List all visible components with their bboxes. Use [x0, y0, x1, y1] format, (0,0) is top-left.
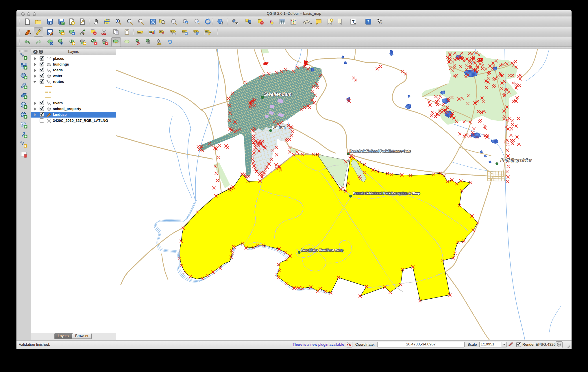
- svg-text:Swellendam: Swellendam: [264, 92, 291, 97]
- svg-text:abc: abc: [171, 30, 174, 32]
- svg-text:abc: abc: [182, 30, 186, 32]
- svg-text:ab: ab: [160, 31, 162, 33]
- svg-text:ab: ab: [150, 31, 152, 33]
- svg-text:abc: abc: [194, 30, 197, 32]
- svg-text:abc: abc: [205, 30, 208, 32]
- svg-text:Bontebok National Park Entranc: Bontebok National Park Entrance Gate: [350, 149, 411, 153]
- svg-text:Buffeljagsrivier: Buffeljagsrivier: [501, 158, 532, 163]
- svg-text:Railton: Railton: [272, 125, 285, 130]
- svg-text:1:1: 1:1: [139, 21, 142, 22]
- svg-text:Bontebok National Park Recepti: Bontebok National Park Reception & Shop: [353, 191, 420, 195]
- svg-text:Lang Elsies Kraal Rest Camp: Lang Elsies Kraal Rest Camp: [301, 248, 343, 252]
- svg-text:?: ?: [367, 19, 370, 24]
- svg-text:?: ?: [380, 21, 382, 25]
- svg-text:abc: abc: [138, 31, 142, 34]
